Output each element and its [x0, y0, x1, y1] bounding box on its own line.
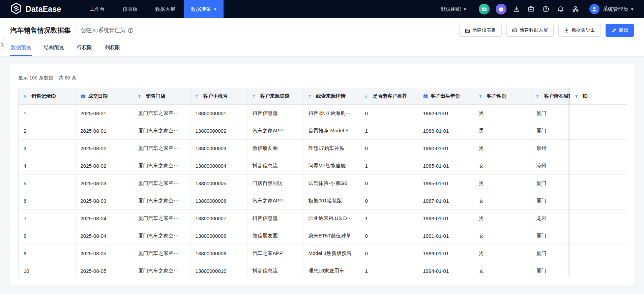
table-cell: 男 [474, 104, 531, 122]
tab-data-preview[interactable]: 数据预览 [10, 41, 32, 56]
table-cell: 女 [474, 227, 531, 244]
table-cell: 厦门 [531, 244, 570, 262]
table-cell: 抖音信息流 [247, 209, 303, 227]
bar-chart-icon [465, 28, 470, 33]
table-cell: 1991-01-01 [418, 227, 474, 244]
table-cell: 理想L7购车补贴 [303, 139, 360, 157]
column-header: #是否老客户推荐 [360, 88, 418, 104]
table-cell: 2025-08-01 [75, 104, 133, 122]
table-cell: 比亚迪宋PLUS D⋯ [303, 209, 360, 227]
column-header: T客户性别 [474, 88, 531, 104]
table-cell: 极氪001猎装版 [303, 192, 360, 209]
toolbox-icon[interactable] [527, 5, 535, 13]
date-field-icon [81, 94, 86, 99]
table-cell: 2025-08-05 [75, 244, 133, 262]
table-cell: 13800000001 [190, 104, 247, 122]
page-body: 显示 100 条数据，共 60 条 #销售记录ID成交日期T销售门店T客户手机号… [0, 57, 644, 285]
column-header: T线索来源详情 [303, 88, 360, 104]
text-field-icon: T [196, 94, 201, 99]
tab-row-permission[interactable]: 行权限 [76, 41, 93, 56]
nav-item-workbench[interactable]: 工作台 [81, 0, 114, 18]
table-cell: Model 3焕新版预售 [303, 244, 360, 262]
table-cell: 男 [474, 244, 531, 262]
table-row: 42025-08-02厦门汽车之家空⋯13800000004抖音信息流问界M7智… [19, 157, 627, 174]
text-field-icon: T [575, 94, 581, 99]
column-header: T客户来源渠道 [247, 88, 303, 104]
table-cell: 1 [360, 122, 418, 139]
chevron-down-icon: ▼ [630, 7, 634, 11]
dataset-preview-card: 显示 100 条数据，共 60 条 #销售记录ID成交日期T销售门店T客户手机号… [10, 64, 634, 285]
org-tree-icon[interactable] [572, 5, 579, 13]
text-field-icon: T [253, 94, 258, 99]
org-selector[interactable]: 默认组织 ▼ [441, 6, 467, 12]
table-cell: 女 [474, 262, 531, 277]
export-dataset-button[interactable]: 数据集导出 [558, 24, 601, 37]
new-screen-button[interactable]: 新建数据大屏 [506, 24, 554, 37]
top-navbar: DataEase 工作台 仪表板 数据大屏 数据准备 ▼ 默认组织 ▼ [0, 0, 644, 18]
table-cell: 抖音-比亚迪海豹⋯ [303, 104, 360, 122]
download-icon[interactable] [513, 5, 520, 13]
avatar[interactable] [589, 4, 599, 14]
table-cell: 首页推荐-Model Y [303, 122, 360, 139]
table-cell: 13800000007 [190, 209, 247, 227]
column-header-label: 线索来源详情 [316, 93, 346, 99]
tab-structure-preview[interactable]: 结构预览 [43, 41, 65, 56]
panel-expander[interactable]: ❯ [0, 38, 5, 51]
column-header-label: 客户性别 [487, 93, 506, 99]
table-cell: 1994-01-01 [418, 262, 474, 277]
nav-item-dashboard[interactable]: 仪表板 [114, 0, 146, 18]
table-cell [570, 262, 627, 277]
download-icon [564, 28, 569, 33]
table-cell: 5 [19, 174, 75, 192]
table-cell: 厦门 [531, 174, 570, 192]
notification-icon[interactable] [557, 5, 564, 13]
user-menu[interactable]: 系统管理员 ▼ [603, 6, 634, 12]
tab-bar: 数据预览 结构预览 行权限 列权限 [10, 41, 121, 56]
row-count-summary: 显示 100 条数据，共 60 条 [18, 75, 626, 81]
table-cell: 1 [360, 157, 418, 174]
table-cell: 抖音信息流 [247, 104, 303, 122]
table-cell [570, 157, 627, 174]
table-cell: 1993-01-01 [418, 209, 474, 227]
table-cell: 抖音信息流 [247, 157, 303, 174]
new-dashboard-button[interactable]: 新建仪表板 [459, 24, 502, 37]
table-cell: 0 [360, 244, 418, 262]
text-field-icon: T [138, 94, 144, 99]
table-cell: 泉州 [531, 139, 570, 157]
table-cell: 蔚来ET5T颜值种草 [303, 227, 360, 244]
table-cell: 抖音信息流 [247, 262, 303, 277]
nav-item-datascreen[interactable]: 数据大屏 [146, 0, 184, 18]
table-cell: 13800000002 [190, 122, 247, 139]
brand-name: DataEase [26, 5, 61, 14]
table-header-row: #销售记录ID成交日期T销售门店T客户手机号T客户来源渠道T线索来源详情#是否老… [19, 88, 627, 104]
divider [76, 27, 76, 33]
table-cell: 4 [19, 157, 75, 174]
edit-button[interactable]: 编辑 [606, 24, 634, 37]
table-cell: 7 [19, 209, 75, 227]
table-cell: 厦门 [531, 262, 570, 277]
info-icon[interactable] [128, 28, 134, 33]
table-cell [570, 192, 627, 209]
brand[interactable]: DataEase [0, 0, 67, 18]
chatbot-icon[interactable] [496, 4, 506, 14]
column-header-label: 客户手机号 [203, 93, 228, 99]
help-icon[interactable] [542, 5, 550, 13]
table-cell: 1 [360, 209, 418, 227]
nav-item-data-preparation[interactable]: 数据准备 ▼ [184, 0, 224, 18]
copilot-icon[interactable] [479, 4, 490, 14]
chevron-down-icon: ▼ [463, 7, 467, 11]
page-header: 汽车销售情况数据集 创建人:系统管理员 新建仪表板 [0, 18, 644, 57]
column-header-label: 客户所在城市 [544, 93, 570, 99]
table-row: 82025-08-04厦门汽车之家空⋯13800000008微信朋友圈蔚来ET5… [19, 227, 627, 244]
table-cell: 男 [474, 122, 531, 139]
table-cell: 门店自然到访 [247, 174, 303, 192]
table-row: 62025-08-03厦门汽车之家空⋯13800000006汽车之家APP极氪0… [19, 192, 627, 209]
column-header-label: 是否老客户推荐 [373, 93, 407, 99]
table-cell: 1995-01-01 [418, 174, 474, 192]
table-cell: 厦门汽车之家空⋯ [133, 122, 190, 139]
table-cell: 微信朋友圈 [247, 227, 303, 244]
table-cell [570, 122, 627, 139]
data-table: #销售记录ID成交日期T销售门店T客户手机号T客户来源渠道T线索来源详情#是否老… [18, 88, 627, 277]
table-cell: 3 [19, 139, 75, 157]
tab-column-permission[interactable]: 列权限 [104, 41, 121, 56]
